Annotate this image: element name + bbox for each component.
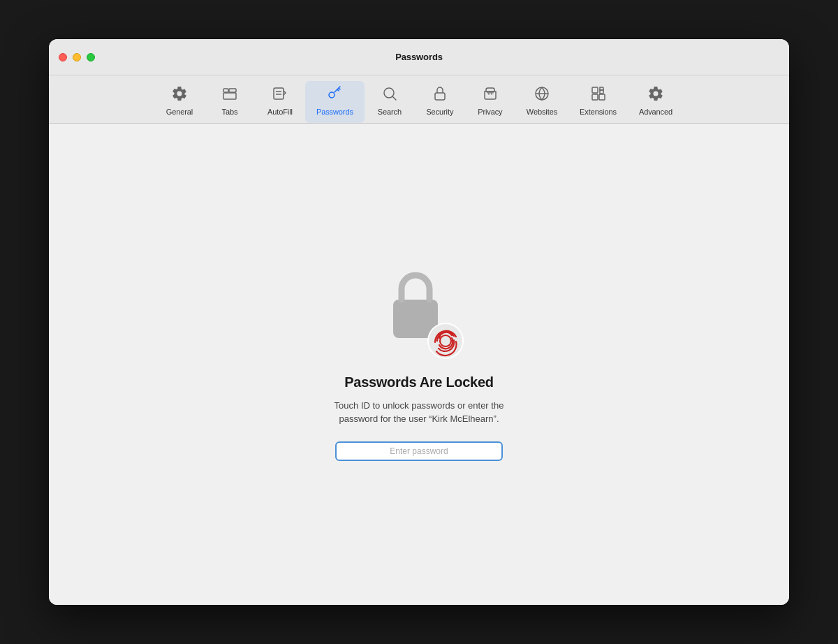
password-input[interactable] xyxy=(335,441,503,461)
tab-search[interactable]: Search xyxy=(365,81,415,123)
svg-point-16 xyxy=(429,324,462,358)
tab-extensions[interactable]: Extensions xyxy=(568,81,628,123)
tabs-icon xyxy=(221,85,238,105)
locked-description: Touch ID to unlock passwords or enter th… xyxy=(314,399,524,426)
tab-general-label: General xyxy=(166,108,193,116)
svg-rect-3 xyxy=(274,88,284,99)
svg-rect-1 xyxy=(223,93,236,99)
fingerprint-icon xyxy=(427,323,464,359)
tab-security-label: Security xyxy=(426,108,453,116)
tab-extensions-label: Extensions xyxy=(580,108,617,116)
tab-tabs-label: Tabs xyxy=(222,108,238,116)
tab-websites[interactable]: Websites xyxy=(515,81,568,123)
toolbar-items: General Tabs xyxy=(154,81,684,123)
tab-passwords-label: Passwords xyxy=(316,108,353,116)
tab-websites-label: Websites xyxy=(527,108,557,116)
tab-tabs[interactable]: Tabs xyxy=(205,81,255,123)
svg-rect-12 xyxy=(592,94,598,100)
tab-search-label: Search xyxy=(378,108,402,116)
tab-autofill-label: AutoFill xyxy=(267,108,293,116)
privacy-icon xyxy=(482,85,499,105)
svg-rect-0 xyxy=(223,89,228,92)
tab-security[interactable]: Security xyxy=(415,81,465,123)
close-button[interactable] xyxy=(59,53,67,61)
advanced-gear-icon xyxy=(647,85,664,105)
locked-title: Passwords Are Locked xyxy=(344,374,493,390)
svg-line-8 xyxy=(392,97,396,101)
window-title: Passwords xyxy=(395,52,443,62)
tab-advanced-label: Advanced xyxy=(639,108,672,116)
security-icon xyxy=(432,85,448,105)
svg-rect-13 xyxy=(599,94,605,100)
autofill-icon xyxy=(272,85,288,105)
svg-point-7 xyxy=(384,88,394,98)
window: Passwords General xyxy=(49,39,789,605)
titlebar: Passwords xyxy=(49,39,789,75)
minimize-button[interactable] xyxy=(73,53,81,61)
svg-rect-2 xyxy=(229,89,236,92)
tab-general[interactable]: General xyxy=(154,81,205,123)
svg-point-6 xyxy=(329,92,335,98)
search-icon xyxy=(381,85,398,105)
svg-rect-11 xyxy=(592,87,598,93)
globe-icon xyxy=(534,85,550,105)
lock-icon-container xyxy=(377,268,461,359)
tab-privacy[interactable]: Privacy xyxy=(465,81,515,123)
toolbar: General Tabs xyxy=(49,75,789,124)
traffic-lights xyxy=(59,53,95,61)
svg-rect-9 xyxy=(435,93,445,100)
gear-icon xyxy=(171,85,188,105)
maximize-button[interactable] xyxy=(87,53,95,61)
main-content: Passwords Are Locked Touch ID to unlock … xyxy=(49,124,789,605)
locked-container: Passwords Are Locked Touch ID to unlock … xyxy=(314,268,524,461)
key-icon xyxy=(326,85,343,105)
tab-advanced[interactable]: Advanced xyxy=(628,81,684,123)
tab-passwords[interactable]: Passwords xyxy=(305,81,365,123)
tab-autofill[interactable]: AutoFill xyxy=(255,81,305,123)
extensions-icon xyxy=(590,85,607,105)
tab-privacy-label: Privacy xyxy=(478,108,502,116)
